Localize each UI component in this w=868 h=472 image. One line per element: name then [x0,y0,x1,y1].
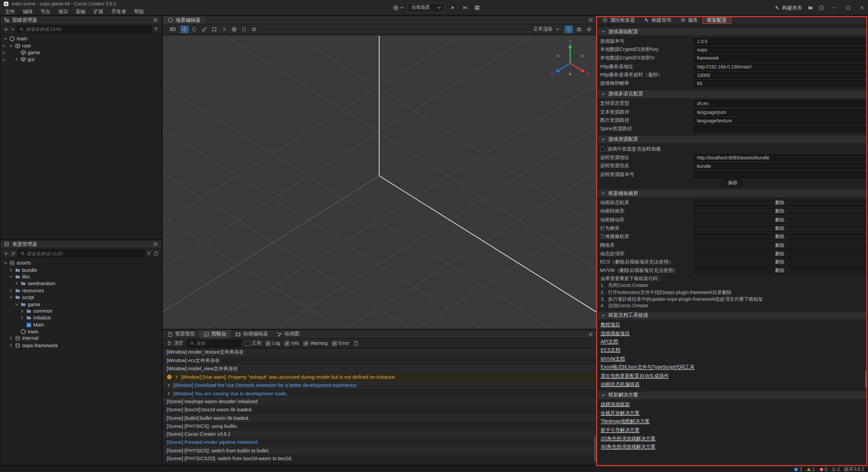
menu-item-7[interactable]: 帮助 [130,8,148,16]
chevron-right-icon[interactable] [14,281,19,286]
tab-console-3[interactable]: 动画图 [272,330,304,338]
scene-settings-button[interactable] [585,25,593,33]
doc-link[interactable]: 游戏模板项目 [600,330,630,337]
console-log-row[interactable]: [Window] Download the Vue Devtools exten… [163,381,597,389]
panel-menu-icon[interactable] [588,17,593,23]
delete-module-button[interactable]: 删除 [694,200,865,207]
section-header-4[interactable]: 框架文档工具链接 [598,312,867,319]
chevron-down-icon[interactable] [9,275,13,279]
doc-link[interactable]: Excel格式转Json文件与TypeScript代码工具 [600,365,694,371]
chevron-down-icon[interactable] [14,302,19,307]
console-log-row[interactable]: [Scene] [bullet]:bullet wasm lib loaded. [163,414,597,422]
menu-item-2[interactable]: 节点 [37,8,54,16]
scale-tool-button[interactable] [200,25,208,33]
console-log-row[interactable]: [Scene] Cocos Creator v3.8.2 [163,430,597,438]
console-log-row[interactable]: [Window] You are running Vue in developm… [163,389,597,397]
tab-console-0[interactable]: 资源预览 [163,330,199,338]
console-error-indicator[interactable]: 0 [819,467,827,472]
projection-3d-button[interactable]: 3D [166,26,178,33]
console-log-row[interactable]: [Window] ecs文件夹存在 [163,357,597,365]
console-info-indicator[interactable]: 3 [794,467,802,472]
tab-inspector-0[interactable]: 属性检查器 [598,16,639,24]
tab-console-1[interactable]: 控制台 [199,330,231,338]
snap-tool-button[interactable] [240,25,248,33]
field-input-0-2[interactable] [694,55,865,62]
doc-link[interactable]: 动画状态机编辑器 [600,381,639,388]
maximize-button[interactable] [844,3,852,13]
chevron-down-icon[interactable] [11,27,15,31]
console-filter-Log[interactable]: ✓Log [266,340,280,346]
console-log-row[interactable]: [Window] model_view文件夹存在 [163,365,597,373]
section-header-2[interactable]: 游戏资源配置 [598,136,867,143]
hierarchy-item-gui[interactable]: gui [1,56,162,63]
console-filter-Warning[interactable]: ✓Warning [303,340,328,346]
doc-link[interactable]: 3D角色扮演游戏解决方案 [600,444,655,451]
checkbox-icon[interactable]: ✓ [303,341,309,346]
console-clear-button[interactable]: 清空 [166,340,183,347]
console-warning-indicator[interactable]: 1 [807,467,815,472]
console-log-row[interactable]: [Scene] Forward render pipeline initiali… [163,438,597,446]
hierarchy-item-root[interactable]: root [1,42,162,49]
doc-link[interactable]: 2D角色扮演游戏解决方案 [600,436,655,442]
menu-item-0[interactable]: 文件 [1,8,19,16]
console-log-row[interactable]: [Scene] meshopt wasm decoder initialized [163,397,597,406]
asset-item-main[interactable]: main [1,328,162,335]
scroll-lock-icon[interactable] [353,340,358,346]
lock-icon[interactable] [2,51,5,54]
remote-load-checkbox[interactable] [600,147,605,152]
asset-item-assets[interactable]: assets [1,260,162,267]
menu-item-5[interactable]: 扩展 [90,8,107,16]
axis-gizmo[interactable]: Y X Z [549,40,591,82]
tab-console-2[interactable]: 动画编辑器 [231,330,272,338]
play-button[interactable] [448,3,457,12]
move-tool-button[interactable] [180,25,188,33]
inspector-scrollbar[interactable] [865,370,867,388]
menu-item-6[interactable]: 开发者 [107,8,130,16]
scene-viewport[interactable]: Y X Z [163,35,597,329]
checkbox-icon[interactable]: ✓ [284,341,290,346]
doc-link[interactable]: 原生包热更新配置自动生成插件 [600,373,669,380]
asset-item-game[interactable]: game [1,301,162,308]
delete-module-button[interactable]: 删除 [694,234,865,240]
lock-icon[interactable] [2,58,5,61]
field-input-0-0[interactable] [694,38,865,45]
asset-item-initialize[interactable]: initialize [1,315,162,321]
preview-platform-button[interactable] [393,5,404,10]
pivot-tool-button[interactable] [220,25,228,33]
console-log-row[interactable]: [Scene] [PHYSICS]: switch from builtin t… [163,446,597,454]
console-scrollbar[interactable] [594,436,596,462]
asset-item-libs[interactable]: libs [1,273,162,280]
chevron-down-icon[interactable] [9,295,13,299]
delete-module-button[interactable]: 删除 [694,217,865,223]
field-input-0-5[interactable] [694,80,865,87]
rotate-tool-button[interactable] [190,25,198,33]
menu-item-3[interactable]: 项目 [54,8,72,16]
chevron-right-icon[interactable] [20,309,24,313]
asset-item-internal[interactable]: internal [1,335,162,342]
delete-module-button[interactable]: 删除 [694,251,865,257]
console-filter-Error[interactable]: ✓Error [332,340,349,346]
checkbox-icon[interactable]: ✓ [332,341,337,346]
field-input-2-3[interactable] [694,171,865,178]
doc-link[interactable]: Tiledmap地图解决方案 [600,419,650,426]
doc-link[interactable]: 教程项目 [600,322,620,329]
world-tool-button[interactable] [230,25,238,33]
panel-menu-icon[interactable] [153,241,158,247]
open-project-folder-button[interactable] [808,5,813,11]
doc-link[interactable]: 战棋游戏框架 [600,401,630,408]
hierarchy-item-main[interactable]: main [1,35,162,42]
checkbox-icon[interactable] [245,341,250,346]
create-node-button[interactable] [3,26,9,32]
chevron-down-icon[interactable] [9,43,13,48]
checkbox-icon[interactable]: ✓ [266,341,271,346]
chevron-right-icon[interactable] [166,391,171,396]
console-search[interactable] [187,340,241,347]
doc-link[interactable]: MVVM文档 [600,356,625,363]
delete-module-button[interactable]: 删除 [694,209,865,215]
minimize-button[interactable] [830,3,838,13]
panel-menu-icon[interactable] [153,17,158,23]
field-input-0-1[interactable] [694,46,865,53]
step-button[interactable] [460,3,469,12]
refresh-icon[interactable] [153,251,159,256]
chevron-down-icon[interactable] [3,37,8,41]
